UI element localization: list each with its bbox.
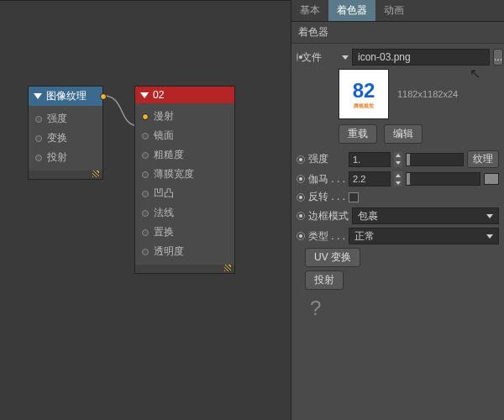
input-port[interactable] xyxy=(142,249,149,255)
border-label: 边框模式 xyxy=(308,209,349,223)
input-port[interactable] xyxy=(35,155,42,161)
radio-icon[interactable] xyxy=(297,212,305,220)
chevron-down-icon xyxy=(486,234,493,239)
uv-transform-button[interactable]: UV 变换 xyxy=(305,248,360,267)
dropdown-icon[interactable] xyxy=(342,55,349,60)
properties-panel: 基本 着色器 动画 着色器 文件 ... ↖ 82 腾视视觉 1182x1182… xyxy=(291,0,504,420)
tab-basic[interactable]: 基本 xyxy=(291,0,328,21)
input-port[interactable] xyxy=(142,152,149,159)
input-port[interactable] xyxy=(142,133,149,139)
type-select[interactable]: 正常 xyxy=(349,228,499,244)
help-icon[interactable]: ? xyxy=(310,297,499,320)
node-title: 图像纹理 xyxy=(46,89,87,103)
input-port[interactable] xyxy=(35,116,42,123)
invert-row: 反转 . . . xyxy=(297,190,499,204)
node-resize[interactable] xyxy=(135,265,234,273)
intensity-label: 强度 xyxy=(308,152,345,166)
radio-icon[interactable] xyxy=(297,232,305,240)
invert-checkbox[interactable] xyxy=(349,192,359,202)
file-input[interactable] xyxy=(352,49,490,66)
type-row: 类型 . . . 正常 xyxy=(297,228,499,244)
collapse-icon[interactable] xyxy=(34,93,42,99)
input-port[interactable] xyxy=(142,191,149,197)
texture-button[interactable]: 纹理 xyxy=(467,150,499,168)
node-title: 02 xyxy=(153,89,164,101)
tab-shader[interactable]: 着色器 xyxy=(328,0,375,21)
node-resize[interactable] xyxy=(29,171,102,179)
file-row: 文件 ... xyxy=(297,49,499,66)
intensity-row: 强度 纹理 xyxy=(297,150,499,168)
invert-label: 反转 . . . xyxy=(308,190,345,204)
node-row: 透明度 xyxy=(135,242,234,261)
node-row: 薄膜宽度 xyxy=(135,165,234,184)
input-port[interactable] xyxy=(142,171,149,178)
input-port[interactable] xyxy=(142,210,149,217)
node-row: 投射 xyxy=(29,148,102,167)
browse-button[interactable]: ... xyxy=(493,49,503,66)
collapse-icon[interactable] xyxy=(140,92,149,98)
border-select[interactable]: 包裹 xyxy=(352,207,499,224)
spinner[interactable] xyxy=(394,152,402,167)
input-port[interactable] xyxy=(142,113,149,120)
color-swatch[interactable] xyxy=(484,173,499,185)
node-row: 漫射 xyxy=(135,107,234,126)
node-header: 02 xyxy=(135,87,234,103)
radio-icon[interactable] xyxy=(297,193,305,202)
panel-tabs: 基本 着色器 动画 xyxy=(291,0,504,22)
type-label: 类型 . . . xyxy=(308,229,345,244)
chevron-down-icon xyxy=(486,214,493,218)
node-row: 法线 xyxy=(135,203,234,223)
edit-button[interactable]: 编辑 xyxy=(384,124,423,144)
node-row: 变换 xyxy=(29,129,102,148)
gamma-slider[interactable] xyxy=(406,172,480,186)
node-canvas[interactable]: 图像纹理 强度 变换 投射 02 漫射 镜面 粗糙度 薄膜宽度 凹凸 法线 置换… xyxy=(0,0,291,420)
input-port[interactable] xyxy=(142,229,149,236)
output-port[interactable] xyxy=(100,93,107,100)
radio-icon[interactable] xyxy=(297,175,305,183)
node-material[interactable]: 02 漫射 镜面 粗糙度 薄膜宽度 凹凸 法线 置换 透明度 xyxy=(134,86,235,274)
tab-anim[interactable]: 动画 xyxy=(375,0,412,21)
intensity-input[interactable] xyxy=(349,152,391,167)
file-label: 文件 xyxy=(302,50,339,65)
gamma-row: 伽马 . . . xyxy=(297,171,499,186)
border-row: 边框模式 包裹 xyxy=(297,207,499,224)
gamma-label: 伽马 . . . xyxy=(308,172,345,186)
node-row: 粗糙度 xyxy=(135,145,234,165)
radio-icon[interactable] xyxy=(297,53,298,61)
node-row: 镜面 xyxy=(135,126,234,145)
projection-button[interactable]: 投射 xyxy=(305,270,344,290)
gamma-input[interactable] xyxy=(349,171,391,186)
image-dimensions: 1182x1182x24 xyxy=(397,89,458,99)
intensity-slider[interactable] xyxy=(406,153,464,166)
input-port[interactable] xyxy=(35,135,42,142)
reload-button[interactable]: 重载 xyxy=(339,124,377,144)
node-texture[interactable]: 图像纹理 强度 变换 投射 xyxy=(28,86,103,180)
node-row: 凹凸 xyxy=(135,184,234,203)
radio-icon[interactable] xyxy=(297,155,305,164)
node-row: 置换 xyxy=(135,223,234,242)
node-row: 强度 xyxy=(29,109,102,129)
node-header: 图像纹理 xyxy=(29,87,102,106)
spinner[interactable] xyxy=(394,171,402,186)
texture-preview[interactable]: 82 腾视视觉 xyxy=(339,69,389,119)
section-title: 着色器 xyxy=(291,22,504,44)
